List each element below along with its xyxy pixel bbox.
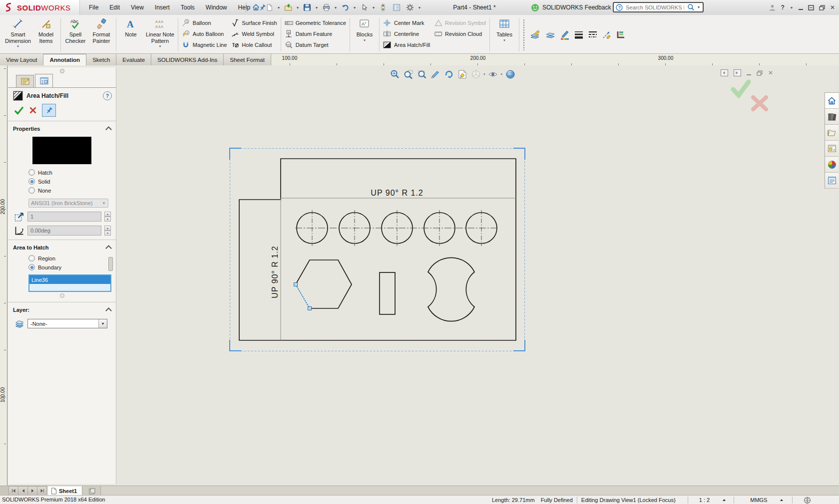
pane-right-icon[interactable] xyxy=(734,69,741,76)
menu-file[interactable]: File xyxy=(84,2,103,12)
display-style-caret[interactable]: ▾ xyxy=(501,72,503,76)
magnetic-line-button[interactable]: Magnetic Line xyxy=(182,40,227,49)
area-to-hatch-section-header[interactable]: Area to Hatch xyxy=(8,240,116,252)
prev-sheet-button[interactable] xyxy=(18,486,28,496)
layer-select-caret[interactable]: ▼ xyxy=(98,319,107,328)
design-library-icon[interactable] xyxy=(825,109,839,125)
minimize-button[interactable] xyxy=(799,9,803,10)
zoom-to-area-icon[interactable] xyxy=(403,68,414,80)
custom-properties-icon[interactable] xyxy=(825,173,839,189)
solid-option-row[interactable]: Solid xyxy=(28,178,116,185)
tab-property-manager[interactable] xyxy=(35,74,53,87)
confirm-ok-icon[interactable] xyxy=(730,79,751,98)
blocks-button[interactable]: A° Blocks ▾ xyxy=(352,16,378,53)
tables-button[interactable]: Tables ▾ xyxy=(491,16,517,53)
none-radio[interactable] xyxy=(28,187,35,194)
none-option-row[interactable]: None xyxy=(28,187,116,194)
auto-balloon-button[interactable]: 1 Auto Balloon xyxy=(182,29,227,38)
layer-select[interactable]: -None- ▼ xyxy=(27,319,107,328)
undo-caret[interactable]: ▾ xyxy=(353,5,357,10)
feedback-control[interactable]: SOLIDWORKS Feedback xyxy=(531,0,611,15)
undo-button[interactable] xyxy=(339,1,351,13)
weld-symbol-button[interactable]: Weld Symbol xyxy=(231,29,277,38)
print-button[interactable] xyxy=(320,1,332,13)
sheet-properties-icon[interactable] xyxy=(456,68,468,80)
blocks-caret[interactable]: ▾ xyxy=(364,38,366,42)
layer-properties-button[interactable] xyxy=(530,30,541,40)
sheet1-tab[interactable]: Sheet1 xyxy=(48,486,82,496)
color-display-mode-button[interactable] xyxy=(616,30,626,39)
panel-collapse-handle[interactable] xyxy=(60,69,64,73)
selected-edge-line36[interactable] xyxy=(296,284,310,308)
select-cursor-button[interactable] xyxy=(358,1,370,13)
help-caret[interactable]: ▾ xyxy=(790,5,794,10)
tab-annotation[interactable]: Annotation xyxy=(43,54,86,65)
geometric-tolerance-button[interactable]: 0.1 Geometric Tolerance xyxy=(285,18,346,27)
tags-globe-icon[interactable] xyxy=(804,497,811,504)
spell-checker-button[interactable]: Abc Spell Checker xyxy=(62,16,88,53)
toolbar-drag-handle[interactable] xyxy=(523,19,525,50)
doc-minimize-button[interactable] xyxy=(747,74,751,75)
doc-close-button[interactable]: ✕ xyxy=(768,69,773,76)
balloon-button[interactable]: 1 Balloon xyxy=(182,18,227,27)
units-control[interactable]: MMGS xyxy=(750,497,767,503)
tab-evaluate[interactable]: Evaluate xyxy=(116,54,151,65)
line-color-button[interactable] xyxy=(560,30,570,40)
add-sheet-button[interactable] xyxy=(82,486,101,496)
confirm-cancel-icon[interactable] xyxy=(750,94,769,112)
datum-feature-button[interactable]: A Datum Feature xyxy=(285,29,346,38)
home-tab-icon[interactable] xyxy=(825,93,839,109)
open-caret[interactable]: ▾ xyxy=(296,5,300,10)
bend-lines[interactable] xyxy=(281,198,516,340)
ok-button[interactable] xyxy=(14,106,24,115)
view-orientation-cube-icon[interactable] xyxy=(470,68,481,80)
maximize-button[interactable] xyxy=(808,5,814,10)
search-scope-caret[interactable]: ▾ xyxy=(697,5,701,9)
close-button[interactable]: ✕ xyxy=(830,4,835,11)
solid-radio[interactable] xyxy=(28,178,35,185)
scale-caret-icon[interactable] xyxy=(723,499,726,501)
menu-edit[interactable]: Edit xyxy=(104,2,125,12)
section-view-icon[interactable] xyxy=(429,68,441,80)
tab-sheet-format[interactable]: Sheet Format xyxy=(224,54,271,65)
file-explorer-icon[interactable] xyxy=(825,125,839,141)
tab-feature-manager[interactable] xyxy=(16,75,34,87)
help-menu[interactable]: ? xyxy=(781,4,785,11)
menu-view[interactable]: View xyxy=(126,2,149,12)
print-caret[interactable]: ▾ xyxy=(334,5,338,10)
3d-mouse-icon[interactable] xyxy=(377,1,389,13)
menu-tools[interactable]: Tools xyxy=(176,2,200,12)
hatch-option-row[interactable]: Hatch xyxy=(28,169,116,176)
format-painter-button[interactable]: Format Painter xyxy=(88,16,114,53)
save-button[interactable] xyxy=(301,1,313,13)
tab-sketch[interactable]: Sketch xyxy=(86,54,116,65)
revision-cloud-button[interactable]: Revision Cloud xyxy=(434,29,486,38)
search-input[interactable] xyxy=(625,4,685,11)
region-radio[interactable] xyxy=(28,255,35,261)
hole-callout-button[interactable]: Hole Callout xyxy=(231,40,277,49)
view-palette-icon[interactable] xyxy=(825,141,839,157)
tab-view-layout[interactable]: View Layout xyxy=(0,54,43,65)
units-caret-icon[interactable] xyxy=(780,499,783,501)
centerline-button[interactable]: Centerline xyxy=(383,29,430,38)
surface-finish-button[interactable]: Surface Finish xyxy=(231,18,277,27)
user-account-icon[interactable] xyxy=(769,4,776,11)
layer-section-header[interactable]: Layer: xyxy=(8,302,116,315)
hexagon-cutout[interactable] xyxy=(296,260,352,308)
boundary-selection-listbox[interactable]: Line36 xyxy=(28,274,111,292)
line-style-button[interactable] xyxy=(588,30,598,39)
keep-visible-pin-button[interactable] xyxy=(42,104,56,117)
menu-window[interactable]: Window xyxy=(201,2,232,12)
menu-insert[interactable]: Insert xyxy=(150,2,175,12)
hatch-radio[interactable] xyxy=(28,169,35,176)
restore-button[interactable] xyxy=(819,5,825,10)
display-style-eye-icon[interactable] xyxy=(487,68,499,80)
tab-solidworks-add-ins[interactable]: SOLIDWORKS Add-Ins xyxy=(151,54,224,65)
rectangle-cutout[interactable] xyxy=(380,272,395,314)
search-box[interactable]: ? ▾ xyxy=(613,2,704,12)
datum-target-button[interactable]: A1 Datum Target xyxy=(285,40,346,49)
options-caret[interactable]: ▾ xyxy=(418,5,421,10)
rotate-view-icon[interactable] xyxy=(443,68,454,80)
cancel-button[interactable] xyxy=(29,106,37,114)
center-mark-button[interactable]: Center Mark xyxy=(383,18,430,27)
